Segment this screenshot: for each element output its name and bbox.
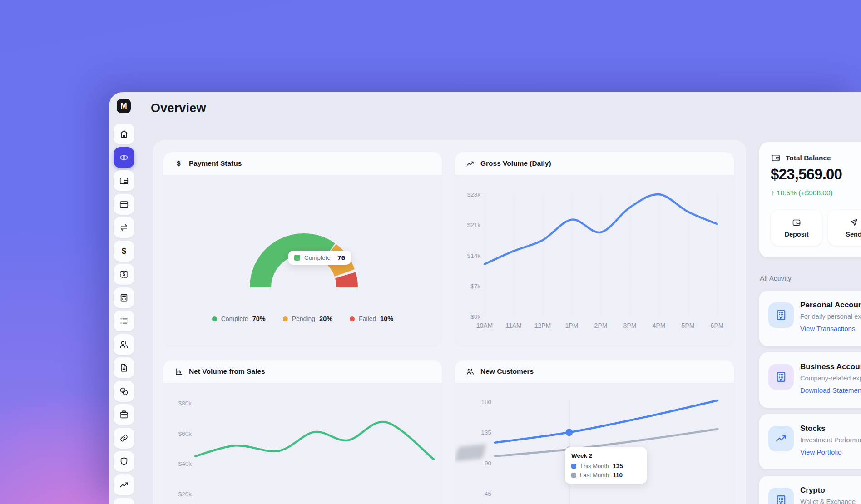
balance-change: ↑ 10.5% (+$908.00)	[771, 189, 833, 197]
trending-up-icon	[466, 159, 475, 168]
activity-subtitle: Investment Performance	[800, 436, 861, 444]
legend-item-complete: Complete 70%	[212, 315, 266, 322]
activity-title: Personal Account	[800, 301, 861, 310]
svg-text:4PM: 4PM	[653, 322, 666, 329]
activity-icon-box	[768, 426, 794, 451]
sidebar-item-invoice[interactable]: $	[114, 264, 134, 285]
sidebar-item-device[interactable]	[114, 498, 134, 504]
activity-icon-box	[768, 488, 794, 504]
tooltip-row-label: Last Month	[580, 472, 609, 479]
coins-icon: 1	[119, 386, 129, 396]
gauge-tooltip: Complete 70	[288, 251, 351, 265]
tooltip-label: Complete	[304, 254, 331, 261]
last-month-color-square	[571, 473, 576, 478]
activity-title: Crypto	[800, 486, 825, 495]
payment-status-title: Payment Status	[189, 159, 242, 168]
activity-icon-box	[768, 302, 794, 328]
sidebar-item-eye[interactable]	[114, 147, 134, 168]
legend-dot-complete	[212, 316, 217, 321]
sidebar-item-transfers[interactable]	[114, 217, 134, 238]
all-activity-header: All Activity	[760, 274, 792, 282]
svg-text:$0k: $0k	[470, 313, 480, 320]
svg-text:$28k: $28k	[467, 191, 481, 198]
sidebar-item-home[interactable]	[114, 124, 134, 144]
wallet-icon	[771, 153, 781, 163]
gross-volume-line-chart: $0k$7k$14k$21k$28k10AM11AM12PM1PM2PM3PM4…	[455, 175, 734, 346]
legend-value: 20%	[319, 315, 332, 322]
activity-card-stocks[interactable]: StocksInvestment PerformanceView Portfol…	[759, 414, 861, 469]
new-customers-card: 4590135180 New Customers Week 2 This Mon…	[455, 360, 734, 504]
activity-card-personal-account[interactable]: Personal AccountFor daily personal expen…	[759, 291, 861, 346]
activity-card-business-account[interactable]: Business AccountCompany-related expenses…	[759, 352, 861, 408]
sidebar-item-gift[interactable]	[114, 404, 134, 425]
svg-text:3PM: 3PM	[623, 322, 637, 329]
legend-label: Complete	[221, 315, 248, 322]
sidebar-item-credit-card[interactable]	[114, 194, 134, 215]
deposit-button[interactable]: Deposit	[771, 210, 822, 246]
legend-value: 70%	[252, 315, 266, 322]
activity-subtitle: For daily personal expenses	[800, 313, 861, 320]
legend-dot-pending	[283, 316, 288, 321]
svg-text:5PM: 5PM	[682, 322, 695, 329]
page-title: Overview	[151, 101, 206, 115]
svg-text:90: 90	[485, 460, 491, 467]
activity-title: Stocks	[800, 424, 826, 433]
tooltip-row-value: 110	[613, 472, 623, 479]
tooltip-title: Week 2	[571, 452, 640, 459]
tooltip-row-label: This Month	[580, 463, 609, 469]
trending-up-icon	[119, 480, 129, 490]
sidebar-item-link[interactable]	[114, 428, 134, 449]
sidebar-item-shield[interactable]	[114, 451, 134, 472]
this-month-color-square	[571, 464, 576, 469]
svg-text:$14k: $14k	[467, 252, 481, 259]
send-button[interactable]: Send	[828, 210, 861, 246]
gauge-legend: Complete 70% Pending 20% Failed 10%	[163, 312, 442, 326]
sidebar-item-users[interactable]	[114, 334, 134, 355]
svg-text:45: 45	[485, 490, 491, 497]
svg-text:$: $	[122, 246, 126, 255]
payment-status-card: $ Payment Status Complete 70 Complete 70…	[163, 152, 442, 346]
list-icon	[119, 316, 129, 326]
gift-icon	[119, 410, 129, 420]
sidebar-item-coins[interactable]: 1	[114, 381, 134, 402]
sidebar-item-document[interactable]	[114, 357, 134, 378]
svg-text:1PM: 1PM	[565, 322, 579, 329]
svg-text:180: 180	[481, 399, 491, 405]
sidebar-item-dollar[interactable]: $	[114, 241, 134, 262]
activity-link[interactable]: View Portfolio	[800, 448, 841, 456]
tooltip-row-this-month: This Month 135	[571, 463, 640, 469]
activity-icon-box	[768, 364, 794, 390]
dollar-icon: $	[119, 246, 129, 256]
svg-text:$60k: $60k	[178, 430, 192, 437]
new-customers-title: New Customers	[480, 367, 534, 376]
sidebar-item-wallet[interactable]	[114, 170, 134, 191]
legend-value: 10%	[380, 315, 393, 322]
activity-title: Business Account	[800, 362, 861, 371]
sidebar-item-calculator[interactable]	[114, 287, 134, 308]
tooltip-value: 70	[337, 254, 345, 262]
home-icon	[119, 129, 129, 139]
document-icon	[119, 363, 129, 373]
invoice-icon: $	[119, 269, 129, 279]
activity-subtitle: Company-related expenses	[800, 375, 861, 382]
gross-volume-title: Gross Volume (Daily)	[480, 159, 551, 168]
shield-icon	[119, 456, 129, 466]
svg-text:$: $	[123, 272, 125, 277]
new-customers-tooltip: Week 2 This Month 135 Last Month 110	[565, 447, 647, 484]
sidebar-item-list[interactable]	[114, 311, 134, 331]
wallet-icon	[119, 176, 129, 186]
building-icon	[775, 494, 787, 504]
svg-text:12PM: 12PM	[534, 322, 551, 329]
sidebar-item-trending-up[interactable]	[114, 474, 134, 495]
net-volume-header: Net Volume from Sales	[163, 360, 442, 383]
tooltip-row-value: 135	[613, 463, 623, 469]
legend-label: Failed	[359, 315, 376, 322]
activity-link[interactable]: Download Statement	[800, 386, 861, 394]
activity-card-crypto[interactable]: CryptoWallet & Exchange	[759, 476, 861, 504]
svg-text:$20k: $20k	[178, 491, 192, 498]
activity-link[interactable]: View Transactions	[800, 325, 855, 332]
svg-text:135: 135	[481, 429, 491, 436]
wallet-icon	[792, 218, 801, 227]
trending-up-icon	[775, 432, 787, 445]
app-logo[interactable]: M	[117, 99, 131, 113]
